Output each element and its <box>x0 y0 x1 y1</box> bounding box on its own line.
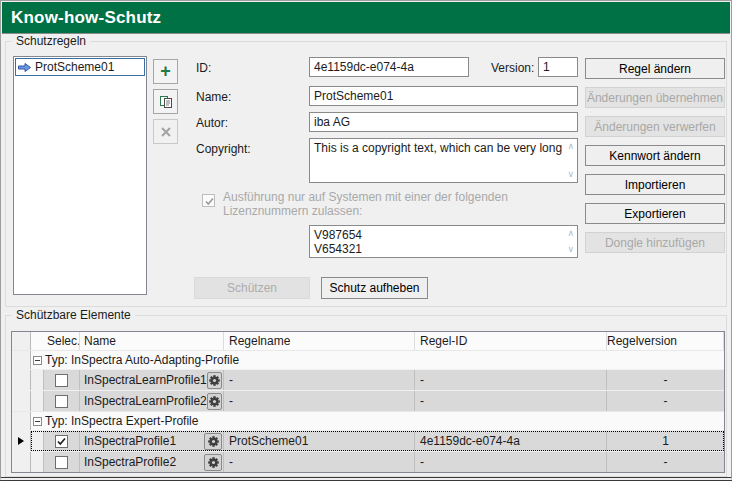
autor-field[interactable]: iba AG <box>309 112 578 132</box>
settings-button[interactable] <box>207 393 222 410</box>
cell-regelversion: - <box>607 391 724 411</box>
group-label: Typ: InSpectra Expert-Profile <box>42 414 198 428</box>
scroll-up-icon[interactable]: ∧ <box>567 229 574 238</box>
checkmark-icon <box>204 196 215 207</box>
collapse-icon[interactable] <box>33 417 42 426</box>
column-header-regel-id[interactable]: Regel-ID <box>415 332 607 350</box>
kennwort-aendern-button[interactable]: Kennwort ändern <box>585 145 725 166</box>
elemente-group-label: Schützbare Elemente <box>12 308 135 322</box>
aenderungen-verwerfen-button[interactable]: Änderungen verwerfen <box>585 116 725 137</box>
settings-button[interactable] <box>207 372 222 389</box>
settings-button[interactable] <box>204 454 222 471</box>
table-row-current[interactable]: InSpectraProfile1 ProtScheme01 <box>12 430 724 451</box>
gear-icon <box>208 395 221 408</box>
copyright-field[interactable]: This is a copyright text, which can be v… <box>309 138 578 183</box>
schuetzen-button[interactable]: Schützen <box>194 277 310 299</box>
group-label: Typ: InSpectra Auto-Adapting-Profile <box>42 353 239 367</box>
collapse-icon[interactable] <box>33 356 42 365</box>
current-row-icon <box>18 437 24 445</box>
row-checkbox[interactable] <box>55 456 68 469</box>
delete-rule-button[interactable] <box>153 119 178 144</box>
add-rule-button[interactable]: + <box>153 59 178 84</box>
id-field[interactable]: 4e1159dc-e074-4a <box>309 57 469 77</box>
table-row[interactable]: InSpectraLearnProfile2 - - <box>12 390 724 411</box>
cell-regel-id: 4e1159dc-e074-4a <box>415 431 607 451</box>
cell-regelname: - <box>224 391 415 411</box>
column-header-name[interactable]: Name <box>80 332 224 350</box>
license-number-line: V987654 <box>314 228 573 242</box>
copy-icon <box>159 95 173 109</box>
settings-button[interactable] <box>204 433 222 450</box>
cell-regelversion: - <box>607 370 724 390</box>
group-row[interactable]: Typ: InSpectra Auto-Adapting-Profile <box>12 350 724 369</box>
cell-regelname: ProtScheme01 <box>224 431 415 451</box>
column-header-selec[interactable]: Selec... <box>44 332 80 350</box>
scroll-down-icon[interactable]: ∨ <box>567 170 574 179</box>
license-number-line: V654321 <box>314 242 573 256</box>
rule-listbox[interactable]: ProtScheme01 <box>13 56 147 295</box>
cell-name: InSpectraLearnProfile2 <box>84 394 207 408</box>
cell-regelversion: 1 <box>607 431 724 451</box>
gear-icon <box>208 374 221 387</box>
scroll-up-icon[interactable]: ∧ <box>567 142 574 151</box>
row-checkbox[interactable] <box>55 374 68 387</box>
id-label: ID: <box>196 61 211 75</box>
version-field[interactable]: 1 <box>538 57 578 77</box>
rule-item-label: ProtScheme01 <box>35 60 114 74</box>
row-checkbox-checked[interactable] <box>55 435 68 448</box>
gear-icon <box>207 435 220 448</box>
cell-name: InSpectraLearnProfile1 <box>84 373 207 387</box>
license-numbers-field[interactable]: V987654 V654321 ∧ ∨ <box>309 225 578 258</box>
cell-name: InSpectraProfile2 <box>84 455 176 469</box>
name-label: Name: <box>196 90 231 104</box>
table-row[interactable]: InSpectraProfile2 - - <box>12 451 724 472</box>
cell-name: InSpectraProfile1 <box>84 434 176 448</box>
group-row[interactable]: Typ: InSpectra Expert-Profile <box>12 411 724 430</box>
scroll-down-icon[interactable]: ∨ <box>567 245 574 254</box>
importieren-button[interactable]: Importieren <box>585 174 725 195</box>
plus-icon: + <box>160 62 171 80</box>
gear-icon <box>207 456 220 469</box>
cell-regelname: - <box>224 370 415 390</box>
exportieren-button[interactable]: Exportieren <box>585 203 725 224</box>
cell-regelversion: - <box>607 452 724 472</box>
blue-arrow-icon <box>18 63 31 72</box>
schutz-aufheben-button[interactable]: Schutz aufheben <box>321 277 428 299</box>
aenderungen-uebernehmen-button[interactable]: Änderungen übernehmen <box>585 87 725 108</box>
cell-regel-id: - <box>415 391 607 411</box>
row-checkbox[interactable] <box>55 395 68 408</box>
cell-regelname: - <box>224 452 415 472</box>
name-field[interactable]: ProtScheme01 <box>309 86 578 106</box>
version-label: Version: <box>491 61 534 75</box>
table-row[interactable]: InSpectraLearnProfile1 - - <box>12 369 724 390</box>
dialog-header: Know-how-Schutz <box>2 2 730 34</box>
column-header-regelname[interactable]: Regelname <box>224 332 415 350</box>
know-how-schutz-dialog: Know-how-Schutz Schutzregeln ProtScheme0… <box>0 0 732 481</box>
license-checkbox-label: Ausführung nur auf Systemen mit einer de… <box>223 190 579 218</box>
copyright-label: Copyright: <box>196 142 251 156</box>
delete-x-icon <box>160 126 172 138</box>
elements-table: Selec... Name Regelname Regel-ID Regelve… <box>11 331 725 473</box>
copyright-text: This is a copyright text, which can be v… <box>314 141 562 155</box>
license-checkbox[interactable] <box>202 194 215 207</box>
schutzregeln-group-label: Schutzregeln <box>12 34 90 48</box>
checkmark-icon <box>56 436 67 447</box>
cell-regel-id: - <box>415 452 607 472</box>
copy-rule-button[interactable] <box>153 89 178 114</box>
row-header-column <box>12 332 31 350</box>
table-header-row: Selec... Name Regelname Regel-ID Regelve… <box>12 332 724 350</box>
regel-aendern-button[interactable]: Regel ändern <box>585 58 725 79</box>
cell-regel-id: - <box>415 370 607 390</box>
column-header-regelversion[interactable]: Regelversion <box>607 332 724 350</box>
rule-list-item[interactable]: ProtScheme01 <box>15 58 145 76</box>
autor-label: Autor: <box>196 116 228 130</box>
dongle-hinzufuegen-button[interactable]: Dongle hinzufügen <box>585 232 725 253</box>
page-title: Know-how-Schutz <box>2 8 161 28</box>
